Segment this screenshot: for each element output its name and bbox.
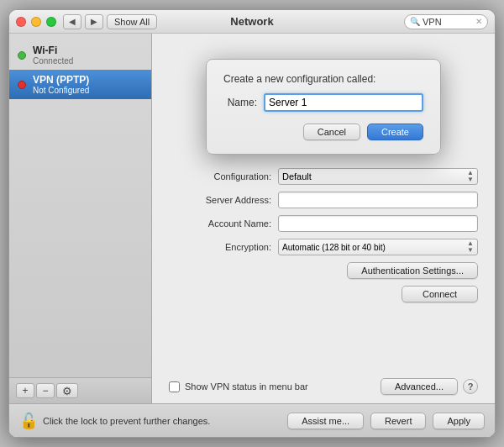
add-icon: + <box>22 385 28 397</box>
gear-button[interactable]: ⚙ <box>56 383 78 398</box>
traffic-lights <box>16 17 56 27</box>
vpn-item-text: VPN (PPTP) Not Configured <box>33 74 89 95</box>
lock-text: Click the lock to prevent further change… <box>43 416 210 426</box>
forward-button[interactable]: ▶ <box>85 14 103 29</box>
dialog-name-label: Name: <box>223 97 257 108</box>
maximize-button[interactable] <box>46 17 56 27</box>
minimize-button[interactable] <box>31 17 41 27</box>
sidebar-item-wifi[interactable]: Wi-Fi Connected <box>9 40 151 70</box>
vpn-status-dot <box>18 81 26 89</box>
nav-controls: ◀ ▶ Show All <box>63 14 157 29</box>
sidebar-list: Wi-Fi Connected VPN (PPTP) Not Configure… <box>9 34 151 377</box>
dialog-overlay: Create a new configuration called: Name:… <box>152 34 495 403</box>
dialog-buttons: Cancel Create <box>223 124 423 140</box>
window-title: Network <box>230 15 273 28</box>
search-value: VPN <box>423 17 475 27</box>
lock-icon: 🔓 <box>19 412 38 430</box>
wifi-item-text: Wi-Fi Connected <box>33 45 73 66</box>
content-area: Wi-Fi Connected VPN (PPTP) Not Configure… <box>9 34 495 403</box>
back-icon: ◀ <box>69 17 76 26</box>
show-all-button[interactable]: Show All <box>107 14 157 29</box>
config-name-input[interactable] <box>264 93 423 112</box>
search-box[interactable]: 🔍 VPN ✕ <box>404 14 488 29</box>
titlebar: ◀ ▶ Show All Network 🔍 VPN ✕ <box>9 10 495 34</box>
wifi-status: Connected <box>33 56 73 66</box>
sidebar: Wi-Fi Connected VPN (PPTP) Not Configure… <box>9 34 152 403</box>
assist-me-button[interactable]: Assist me... <box>287 413 364 429</box>
back-button[interactable]: ◀ <box>63 14 81 29</box>
remove-network-button[interactable]: − <box>36 383 55 398</box>
remove-icon: − <box>42 385 48 397</box>
network-window: ◀ ▶ Show All Network 🔍 VPN ✕ Wi-Fi <box>8 9 496 438</box>
close-button[interactable] <box>16 17 26 27</box>
wifi-status-dot <box>18 51 26 60</box>
add-network-button[interactable]: + <box>16 383 34 398</box>
search-clear-icon[interactable]: ✕ <box>475 17 482 26</box>
sidebar-bottom-bar: + − ⚙ <box>9 377 151 403</box>
bottom-bar: 🔓 Click the lock to prevent further chan… <box>9 403 495 437</box>
vpn-name: VPN (PPTP) <box>33 74 89 86</box>
dialog-name-row: Name: <box>223 93 423 112</box>
gear-icon: ⚙ <box>62 385 72 397</box>
cancel-button[interactable]: Cancel <box>303 124 360 140</box>
vpn-status: Not Configured <box>33 86 89 95</box>
search-icon: 🔍 <box>410 17 420 26</box>
dialog-title: Create a new configuration called: <box>223 73 423 85</box>
revert-button[interactable]: Revert <box>370 413 426 429</box>
apply-button[interactable]: Apply <box>433 413 485 429</box>
create-button[interactable]: Create <box>367 124 423 140</box>
lock-area[interactable]: 🔓 Click the lock to prevent further chan… <box>19 412 281 430</box>
bottom-buttons: Assist me... Revert Apply <box>287 413 485 429</box>
new-config-dialog: Create a new configuration called: Name:… <box>206 59 441 155</box>
forward-icon: ▶ <box>91 17 97 26</box>
sidebar-item-vpn[interactable]: VPN (PPTP) Not Configured <box>9 70 151 99</box>
wifi-name: Wi-Fi <box>33 45 73 56</box>
main-panel: Create a new configuration called: Name:… <box>152 34 495 403</box>
